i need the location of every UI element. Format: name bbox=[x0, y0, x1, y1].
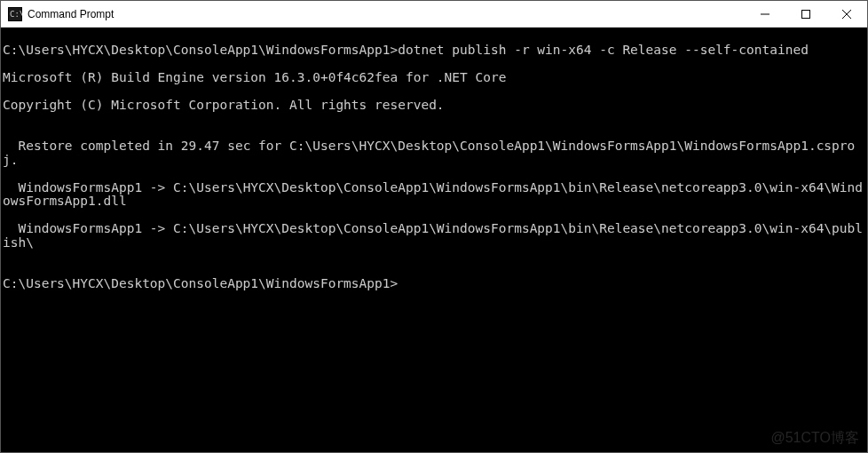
prompt-line-2: C:\Users\HYCX\Desktop\ConsoleApp1\Window… bbox=[3, 277, 865, 291]
window-title: Command Prompt bbox=[28, 8, 745, 20]
command-prompt-window: C:\ Command Prompt C:\Users\HYCX\Desktop… bbox=[0, 0, 868, 453]
cmd-icon: C:\ bbox=[8, 7, 22, 21]
close-button[interactable] bbox=[826, 1, 867, 27]
output-line: WindowsFormsApp1 -> C:\Users\HYCX\Deskto… bbox=[3, 181, 865, 209]
terminal-output[interactable]: C:\Users\HYCX\Desktop\ConsoleApp1\Window… bbox=[1, 28, 867, 452]
titlebar[interactable]: C:\ Command Prompt bbox=[1, 1, 867, 28]
prompt-path: C:\Users\HYCX\Desktop\ConsoleApp1\Window… bbox=[3, 43, 398, 57]
svg-text:C:\: C:\ bbox=[10, 10, 22, 19]
output-line: Microsoft (R) Build Engine version 16.3.… bbox=[3, 71, 865, 85]
output-line: Restore completed in 29.47 sec for C:\Us… bbox=[3, 139, 865, 167]
window-controls bbox=[745, 1, 867, 27]
output-line: Copyright (C) Microsoft Corporation. All… bbox=[3, 99, 865, 113]
svg-rect-4 bbox=[802, 10, 810, 18]
output-line: WindowsFormsApp1 -> C:\Users\HYCX\Deskto… bbox=[3, 222, 865, 250]
minimize-button[interactable] bbox=[745, 1, 785, 27]
prompt-command: dotnet publish -r win-x64 -c Release --s… bbox=[398, 43, 809, 57]
maximize-button[interactable] bbox=[785, 1, 826, 27]
prompt-path: C:\Users\HYCX\Desktop\ConsoleApp1\Window… bbox=[3, 276, 398, 290]
prompt-line-1: C:\Users\HYCX\Desktop\ConsoleApp1\Window… bbox=[3, 44, 865, 58]
